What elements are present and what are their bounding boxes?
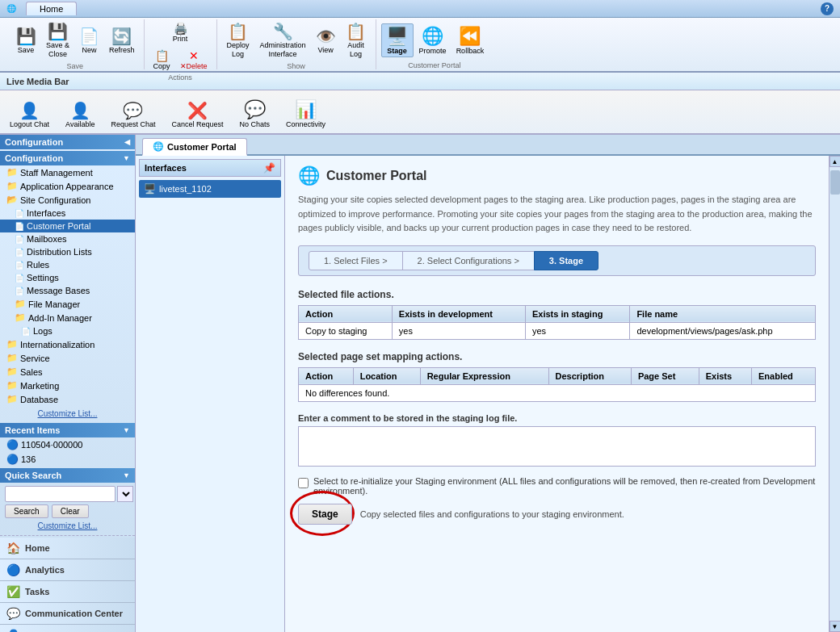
scroll-down-button[interactable]: ▼ <box>830 621 841 632</box>
reinitialize-checkbox[interactable] <box>298 478 309 488</box>
folder-icon: 📁 <box>15 312 26 323</box>
sidebar-item-application-appearance[interactable]: 📁 Application Appearance <box>0 179 135 193</box>
comment-section: Enter a comment to be stored in the stag… <box>298 413 816 468</box>
recent-item-1[interactable]: 🔵 110504·000000 <box>0 437 135 452</box>
wizard-step-2[interactable]: 2. Select Configurations > <box>402 251 535 270</box>
sidebar-item-message-bases[interactable]: 📄 Message Bases <box>0 284 135 297</box>
wizard-steps: 1. Select Files > 2. Select Configuratio… <box>298 245 816 276</box>
stage-ribbon-icon: 🖥️ <box>386 26 408 47</box>
bottom-nav-item-analytics[interactable]: 🔵 Analytics <box>0 559 135 581</box>
stage-action-button[interactable]: Stage <box>298 504 352 525</box>
promote-button[interactable]: 🌐 Promote <box>415 23 451 57</box>
comment-textarea[interactable] <box>298 426 816 467</box>
admin-interface-icon: 🔧 <box>273 22 293 41</box>
view-button[interactable]: 👁️ View <box>312 24 340 57</box>
bottom-nav-item-tasks[interactable]: ✅ Tasks <box>0 581 135 603</box>
interfaces-panel-pin-icon[interactable]: 📌 <box>263 162 275 174</box>
logout-chat-button[interactable]: 👤 Logout Chat <box>6 99 52 130</box>
save-close-button[interactable]: 💾 Save &Close <box>42 19 74 61</box>
request-chat-button[interactable]: 💬 Request Chat <box>107 99 158 130</box>
cancel-request-button[interactable]: ❌ Cancel Request <box>168 99 226 130</box>
view-label: View <box>317 46 333 54</box>
sidebar-item-rules[interactable]: 📄 Rules <box>0 258 135 271</box>
search-type-dropdown[interactable] <box>117 486 133 502</box>
sidebar-item-add-in-manager[interactable]: 📁 Add-In Manager <box>0 311 135 324</box>
sidebar-item-sales[interactable]: 📁 Sales <box>0 365 135 379</box>
copy-icon: 📋 <box>155 49 169 62</box>
col-exists-staging: Exists in staging <box>525 305 629 322</box>
main-content: 🌐 Customer Portal Staging your site copi… <box>285 156 829 632</box>
interfaces-panel-header: Interfaces 📌 <box>139 159 281 177</box>
sidebar-item-interfaces[interactable]: 📄 Interfaces <box>0 207 135 220</box>
bottom-nav-item-communication-center[interactable]: 💬 Communication Center <box>0 603 135 625</box>
ribbon-show-group-label: Show <box>287 62 305 70</box>
print-icon: 🖨️ <box>174 22 187 35</box>
recent-item-2[interactable]: 🔵 136 <box>0 452 135 467</box>
customer-portal-title: Customer Portal <box>326 169 426 183</box>
wizard-step-3[interactable]: 3. Stage <box>534 251 598 270</box>
stage-button-row: Stage Copy selected files and configurat… <box>298 504 816 525</box>
audit-log-button[interactable]: 📋 AuditLog <box>342 19 371 61</box>
deploy-log-label: DeployLog <box>227 41 250 59</box>
print-button[interactable]: 🖨️ Print <box>169 19 192 45</box>
quick-search-header[interactable]: Quick Search ▼ <box>0 468 135 483</box>
wizard-step-1[interactable]: 1. Select Files > <box>309 251 403 270</box>
folder-icon: 📁 <box>6 380 18 391</box>
tab-home[interactable]: Home <box>26 2 77 15</box>
copy-button[interactable]: 📋 Copy <box>149 47 174 73</box>
stage-ribbon-button[interactable]: 🖥️ Stage <box>381 23 414 57</box>
sidebar-item-distribution-lists[interactable]: 📄 Distribution Lists <box>0 245 135 258</box>
sidebar-item-marketing[interactable]: 📁 Marketing <box>0 379 135 392</box>
available-button[interactable]: 👤 Available <box>62 99 98 130</box>
admin-interface-button[interactable]: 🔧 AdministrationInterface <box>256 19 310 61</box>
col-psa-regex: Regular Expression <box>420 367 548 384</box>
recent-items-expand-icon: ▼ <box>123 426 130 434</box>
customize-search-link[interactable]: Customize List... <box>5 521 130 530</box>
live-media-bar: Live Media Bar <box>0 73 840 90</box>
page-icon: 📄 <box>15 235 24 244</box>
sidebar-item-file-manager[interactable]: 📁 File Manager <box>0 297 135 311</box>
delete-button[interactable]: ✕ ✕Delete <box>176 47 212 73</box>
communication-center-icon: 💬 <box>6 607 20 620</box>
interface-item-livetest[interactable]: 🖥️ livetest_1102 <box>139 180 281 198</box>
sidebar-item-mailboxes[interactable]: 📄 Mailboxes <box>0 232 135 245</box>
cell-no-diff: No differences found. <box>299 384 816 401</box>
recent-items-header[interactable]: Recent Items ▼ <box>0 423 135 437</box>
sidebar-section-configuration[interactable]: Configuration ▼ <box>0 151 135 165</box>
sidebar-item-internationalization[interactable]: 📁 Internationalization <box>0 337 135 351</box>
rollback-button[interactable]: ⏪ Rollback <box>452 23 489 57</box>
scrollbar[interactable]: ▲ ▼ <box>829 156 840 632</box>
sidebar-item-service[interactable]: 📁 Service <box>0 351 135 365</box>
page-icon: 📄 <box>15 261 24 270</box>
sidebar-item-settings[interactable]: 📄 Settings <box>0 271 135 284</box>
connectivity-button[interactable]: 📊 Connectivity <box>283 98 329 130</box>
sidebar-configuration-header[interactable]: Configuration ◀ <box>0 135 135 149</box>
connectivity-icon: 📊 <box>295 99 317 120</box>
bottom-nav-item-contacts[interactable]: 👤 Contacts <box>0 625 135 632</box>
refresh-button[interactable]: 🔄 Refresh <box>105 24 139 57</box>
scroll-thumb[interactable] <box>830 170 840 195</box>
no-chats-button[interactable]: 💬 No Chats <box>237 98 274 130</box>
search-button[interactable]: Search <box>5 504 48 518</box>
bottom-nav-item-home[interactable]: 🏠 Home <box>0 538 135 559</box>
scroll-up-button[interactable]: ▲ <box>830 156 841 167</box>
help-icon[interactable]: ? <box>821 2 834 15</box>
analytics-icon: 🔵 <box>6 563 20 576</box>
sidebar-item-customer-portal[interactable]: 📄 Customer Portal <box>0 220 135 232</box>
sidebar-item-logs[interactable]: 📄 Logs <box>0 324 135 337</box>
new-button[interactable]: 📄 New <box>75 24 103 57</box>
search-input[interactable] <box>5 486 116 502</box>
promote-label: Promote <box>419 47 447 55</box>
sidebar-item-site-configuration[interactable]: 📂 Site Configuration <box>0 193 135 207</box>
sidebar-item-staff-management[interactable]: 📁 Staff Management <box>0 165 135 179</box>
sidebar-item-database[interactable]: 📁 Database <box>0 392 135 406</box>
customize-list-link[interactable]: Customize List... <box>5 409 130 418</box>
audit-log-label: AuditLog <box>347 41 364 59</box>
deploy-log-button[interactable]: 📋 DeployLog <box>222 19 254 61</box>
save-button[interactable]: 💾 Save <box>11 24 40 57</box>
tab-customer-portal[interactable]: 🌐 Customer Portal <box>142 138 247 156</box>
rollback-label: Rollback <box>456 47 485 55</box>
logout-chat-icon: 👤 <box>19 101 40 120</box>
refresh-label: Refresh <box>109 46 135 54</box>
clear-button[interactable]: Clear <box>52 504 89 518</box>
